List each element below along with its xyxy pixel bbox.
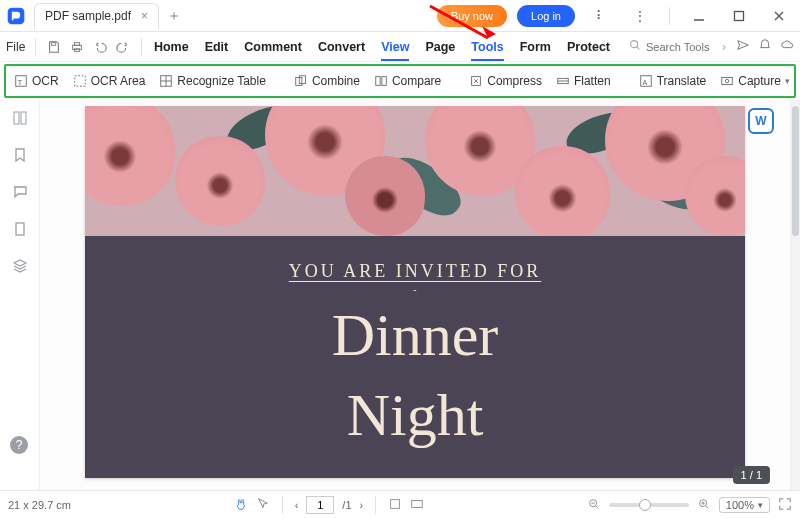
zoom-in-icon[interactable] — [697, 497, 711, 513]
chevron-right-icon[interactable]: › — [722, 40, 726, 54]
print-icon[interactable] — [67, 36, 86, 58]
recognize-table-button[interactable]: Recognize Table — [159, 74, 266, 88]
svg-rect-5 — [51, 42, 55, 45]
tab-tools[interactable]: Tools — [471, 34, 503, 60]
vertical-scrollbar[interactable] — [790, 100, 800, 490]
zoom-slider[interactable] — [609, 503, 689, 507]
svg-rect-36 — [412, 500, 423, 507]
help-button[interactable]: ? — [10, 436, 28, 454]
overflow-menu-icon[interactable]: ⠇ — [585, 2, 615, 30]
divider — [669, 7, 670, 25]
buy-now-button[interactable]: Buy now — [437, 5, 507, 27]
minimize-button[interactable] — [684, 2, 714, 30]
cloud-icon[interactable] — [780, 38, 794, 55]
zoom-slider-knob[interactable] — [639, 499, 651, 511]
ocr-area-button[interactable]: OCR Area — [73, 74, 146, 88]
invitation-line2: Dinner — [85, 301, 745, 370]
svg-text:T: T — [18, 78, 23, 87]
svg-line-43 — [706, 505, 709, 508]
close-window-button[interactable] — [764, 2, 794, 30]
hand-tool-icon[interactable] — [234, 497, 248, 513]
svg-line-39 — [596, 505, 599, 508]
compress-icon — [469, 74, 483, 88]
svg-rect-19 — [376, 77, 380, 86]
chevron-down-icon: ▾ — [758, 500, 763, 510]
tab-view[interactable]: View — [381, 34, 409, 60]
camera-icon — [720, 74, 734, 88]
combine-button[interactable]: Combine — [294, 74, 360, 88]
tab-home[interactable]: Home — [154, 34, 189, 60]
invitation-separator: - — [85, 284, 745, 295]
compare-icon — [374, 74, 388, 88]
tab-comment[interactable]: Comment — [244, 34, 302, 60]
search-icon — [628, 38, 642, 55]
ocr-icon: T — [14, 74, 28, 88]
combine-icon — [294, 74, 308, 88]
tab-convert[interactable]: Convert — [318, 34, 365, 60]
divider — [141, 38, 142, 56]
translate-button[interactable]: ATranslate — [639, 74, 707, 88]
fit-page-icon[interactable] — [410, 497, 424, 513]
divider — [282, 496, 283, 514]
svg-point-27 — [725, 79, 729, 83]
svg-line-10 — [637, 47, 640, 50]
svg-rect-2 — [735, 11, 744, 20]
attachment-icon[interactable] — [12, 221, 28, 240]
comment-panel-icon[interactable] — [12, 184, 28, 203]
save-icon[interactable] — [44, 36, 63, 58]
share-icon[interactable] — [736, 38, 750, 55]
close-tab-icon[interactable]: × — [141, 9, 148, 23]
chevron-down-icon: ▾ — [785, 76, 790, 86]
layers-icon[interactable] — [12, 258, 28, 277]
flatten-icon — [556, 74, 570, 88]
bell-icon[interactable] — [758, 38, 772, 55]
zoom-out-icon[interactable] — [587, 497, 601, 513]
compare-button[interactable]: Compare — [374, 74, 441, 88]
search-tools[interactable] — [628, 38, 714, 55]
compress-button[interactable]: Compress — [469, 74, 542, 88]
new-tab-button[interactable]: ＋ — [167, 7, 181, 25]
divider — [375, 496, 376, 514]
side-panel — [0, 100, 40, 490]
thumbnails-icon[interactable] — [12, 110, 28, 129]
svg-rect-20 — [382, 77, 386, 86]
bookmark-icon[interactable] — [12, 147, 28, 166]
search-input[interactable] — [646, 41, 714, 53]
table-icon — [159, 74, 173, 88]
kebab-icon[interactable]: ⋮ — [625, 2, 655, 30]
undo-icon[interactable] — [91, 36, 110, 58]
svg-rect-34 — [16, 223, 24, 235]
tab-page[interactable]: Page — [425, 34, 455, 60]
document-tab-title: PDF sample.pdf — [45, 9, 131, 23]
svg-rect-32 — [14, 112, 19, 124]
translate-icon: A — [639, 74, 653, 88]
page-dimensions: 21 x 29.7 cm — [8, 499, 71, 511]
file-menu[interactable]: File — [6, 40, 25, 54]
select-tool-icon[interactable] — [256, 497, 270, 513]
svg-point-9 — [631, 41, 638, 48]
fullscreen-icon[interactable] — [778, 497, 792, 513]
svg-rect-35 — [391, 499, 400, 508]
tools-ribbon-highlight: TOCR OCR Area Recognize Table Combine Co… — [4, 64, 796, 98]
convert-to-word-badge[interactable]: W — [748, 108, 774, 134]
tab-edit[interactable]: Edit — [205, 34, 229, 60]
redo-icon[interactable] — [114, 36, 133, 58]
capture-button[interactable]: Capture▾ — [720, 74, 790, 88]
next-page-icon[interactable]: › — [360, 499, 364, 511]
document-tab[interactable]: PDF sample.pdf × — [34, 3, 159, 29]
page-total: /1 — [342, 499, 351, 511]
page-number-input[interactable] — [306, 496, 334, 514]
log-in-button[interactable]: Log in — [517, 5, 575, 27]
tab-form[interactable]: Form — [520, 34, 551, 60]
maximize-button[interactable] — [724, 2, 754, 30]
tab-protect[interactable]: Protect — [567, 34, 610, 60]
document-canvas[interactable]: YOU ARE INVITED FOR - Dinner Night W 1 /… — [40, 100, 790, 490]
zoom-dropdown[interactable]: 100%▾ — [719, 497, 770, 513]
ocr-button[interactable]: TOCR — [14, 74, 59, 88]
fit-width-icon[interactable] — [388, 497, 402, 513]
svg-rect-26 — [722, 78, 733, 85]
scroll-thumb[interactable] — [792, 106, 799, 236]
prev-page-icon[interactable]: ‹ — [295, 499, 299, 511]
invitation-line3: Night — [85, 381, 745, 450]
flatten-button[interactable]: Flatten — [556, 74, 611, 88]
